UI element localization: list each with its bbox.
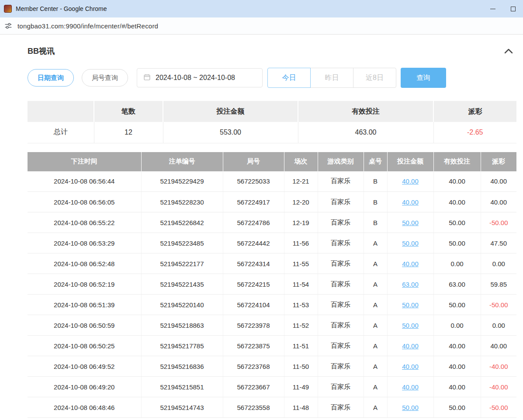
bet-amount-link[interactable]: 40.00 bbox=[402, 383, 419, 391]
bet-id-cell: 521945218863 bbox=[141, 315, 223, 336]
bet-time-cell: 2024-10-08 06:56:44 bbox=[28, 171, 141, 192]
table-row: 2024-10-08 06:56:05 521945228230 5672249… bbox=[28, 192, 516, 212]
game-type-cell: 百家乐 bbox=[318, 356, 364, 377]
minimize-button[interactable] bbox=[483, 0, 503, 17]
section-header: BB视讯 bbox=[28, 35, 516, 56]
payout-cell: 59.85 bbox=[481, 274, 516, 295]
valid-bet-cell: 40.00 bbox=[433, 336, 481, 356]
game-type-cell: 百家乐 bbox=[318, 336, 364, 356]
game-type-cell: 百家乐 bbox=[318, 253, 364, 274]
date-range-value: 2024-10-08 ~ 2024-10-08 bbox=[156, 74, 235, 82]
header-bet-amount: 投注金额 bbox=[387, 152, 433, 171]
browser-url-bar[interactable]: tongbao31.com:9900/infe/mcenter/#/betRec… bbox=[0, 17, 523, 35]
table-number-cell: B bbox=[364, 192, 387, 212]
today-button[interactable]: 今日 bbox=[267, 68, 311, 88]
bet-amount-link[interactable]: 63.00 bbox=[402, 281, 419, 288]
date-range-picker[interactable]: 2024-10-08 ~ 2024-10-08 bbox=[137, 68, 263, 87]
bet-amount-link[interactable]: 40.00 bbox=[402, 342, 419, 350]
bet-amount-cell: 63.00 bbox=[387, 274, 433, 295]
payout-cell: -50.00 bbox=[481, 212, 516, 233]
round-query-tab[interactable]: 局号查询 bbox=[82, 69, 128, 87]
valid-bet-cell: 50.00 bbox=[433, 295, 481, 315]
minimize-icon bbox=[490, 9, 495, 9]
window-titlebar: Member Center - Google Chrome bbox=[0, 0, 523, 17]
round-number-cell: 567224917 bbox=[223, 192, 284, 212]
bet-amount-cell: 40.00 bbox=[387, 377, 433, 397]
last-8-days-button[interactable]: 近8日 bbox=[353, 68, 396, 88]
payout-cell: -50.00 bbox=[481, 397, 516, 418]
bet-amount-cell: 50.00 bbox=[387, 212, 433, 233]
round-number-cell: 567223875 bbox=[223, 336, 284, 356]
bet-time-cell: 2024-10-08 06:52:48 bbox=[28, 253, 141, 274]
payout-cell: 40.00 bbox=[481, 192, 516, 212]
bet-amount-link[interactable]: 40.00 bbox=[402, 363, 419, 370]
search-button[interactable]: 查询 bbox=[401, 68, 446, 88]
bet-amount-link[interactable]: 40.00 bbox=[402, 198, 419, 206]
game-type-cell: 百家乐 bbox=[318, 377, 364, 397]
header-round-number: 局号 bbox=[223, 152, 284, 171]
table-row: 2024-10-08 06:49:52 521945216836 5672237… bbox=[28, 356, 516, 377]
bet-amount-link[interactable]: 50.00 bbox=[402, 240, 419, 247]
round-number-cell: 567224786 bbox=[223, 212, 284, 233]
session-cell: 12-21 bbox=[284, 171, 318, 192]
table-number-cell: A bbox=[364, 233, 387, 253]
bet-amount-cell: 50.00 bbox=[387, 397, 433, 418]
header-game-type: 游戏类别 bbox=[318, 152, 364, 171]
summary-header-payout: 派彩 bbox=[433, 101, 516, 122]
bet-table-body: 2024-10-08 06:56:44 521945229429 5672250… bbox=[28, 171, 516, 418]
table-row: 2024-10-08 06:50:25 521945217785 5672238… bbox=[28, 336, 516, 356]
bet-amount-link[interactable]: 50.00 bbox=[402, 301, 419, 309]
bet-time-cell: 2024-10-08 06:50:25 bbox=[28, 336, 141, 356]
maximize-button[interactable] bbox=[503, 0, 523, 17]
round-number-cell: 567224104 bbox=[223, 295, 284, 315]
bet-amount-link[interactable]: 40.00 bbox=[402, 260, 419, 267]
table-number-cell: A bbox=[364, 356, 387, 377]
valid-bet-cell: 40.00 bbox=[433, 171, 481, 192]
calendar-icon bbox=[143, 73, 151, 83]
summary-header-empty bbox=[28, 101, 94, 122]
date-query-tab[interactable]: 日期查询 bbox=[28, 69, 74, 87]
session-cell: 11-55 bbox=[284, 253, 318, 274]
payout-cell: 0.00 bbox=[481, 315, 516, 336]
session-cell: 11-50 bbox=[284, 356, 318, 377]
maximize-icon bbox=[511, 7, 516, 11]
round-number-cell: 567223667 bbox=[223, 377, 284, 397]
payout-cell: 47.50 bbox=[481, 233, 516, 253]
bet-amount-cell: 40.00 bbox=[387, 192, 433, 212]
summary-bet-amount-value: 553.00 bbox=[163, 122, 298, 143]
game-type-cell: 百家乐 bbox=[318, 233, 364, 253]
round-number-cell: 567223558 bbox=[223, 397, 284, 418]
header-valid-bet: 有效投注 bbox=[433, 152, 481, 171]
game-type-cell: 百家乐 bbox=[318, 192, 364, 212]
table-number-cell: A bbox=[364, 253, 387, 274]
summary-header-count: 笔数 bbox=[94, 101, 163, 122]
bet-amount-link[interactable]: 40.00 bbox=[402, 177, 419, 185]
site-settings-icon[interactable] bbox=[4, 22, 12, 30]
summary-table: 笔数 投注金额 有效投注 派彩 总计 12 553.00 463.00 -2.6… bbox=[28, 101, 516, 143]
bet-amount-link[interactable]: 50.00 bbox=[402, 322, 419, 329]
bet-time-cell: 2024-10-08 06:56:05 bbox=[28, 192, 141, 212]
session-cell: 11-56 bbox=[284, 233, 318, 253]
bet-time-cell: 2024-10-08 06:49:52 bbox=[28, 356, 141, 377]
bet-id-cell: 521945228230 bbox=[141, 192, 223, 212]
yesterday-button[interactable]: 昨日 bbox=[310, 68, 353, 88]
round-number-cell: 567223768 bbox=[223, 356, 284, 377]
summary-valid-bet-value: 463.00 bbox=[298, 122, 433, 143]
bet-time-cell: 2024-10-08 06:48:46 bbox=[28, 397, 141, 418]
bet-id-cell: 521945221435 bbox=[141, 274, 223, 295]
table-row: 2024-10-08 06:52:48 521945222177 5672243… bbox=[28, 253, 516, 274]
chevron-up-icon[interactable] bbox=[504, 49, 516, 54]
round-number-cell: 567224314 bbox=[223, 253, 284, 274]
payout-cell: -50.00 bbox=[481, 295, 516, 315]
filter-row: 日期查询 局号查询 2024-10-08 ~ 2024-10-08 今日 昨日 … bbox=[28, 68, 516, 88]
session-cell: 11-54 bbox=[284, 274, 318, 295]
bet-id-cell: 521945220140 bbox=[141, 295, 223, 315]
summary-total-row: 总计 12 553.00 463.00 -2.65 bbox=[28, 122, 516, 143]
bet-id-cell: 521945216836 bbox=[141, 356, 223, 377]
table-number-cell: A bbox=[364, 397, 387, 418]
bet-amount-link[interactable]: 50.00 bbox=[402, 219, 419, 226]
summary-header-row: 笔数 投注金额 有效投注 派彩 bbox=[28, 101, 516, 122]
table-row: 2024-10-08 06:48:46 521945214743 5672235… bbox=[28, 397, 516, 418]
bet-amount-link[interactable]: 50.00 bbox=[402, 404, 419, 411]
url-text[interactable]: tongbao31.com:9900/infe/mcenter/#/betRec… bbox=[17, 22, 158, 30]
